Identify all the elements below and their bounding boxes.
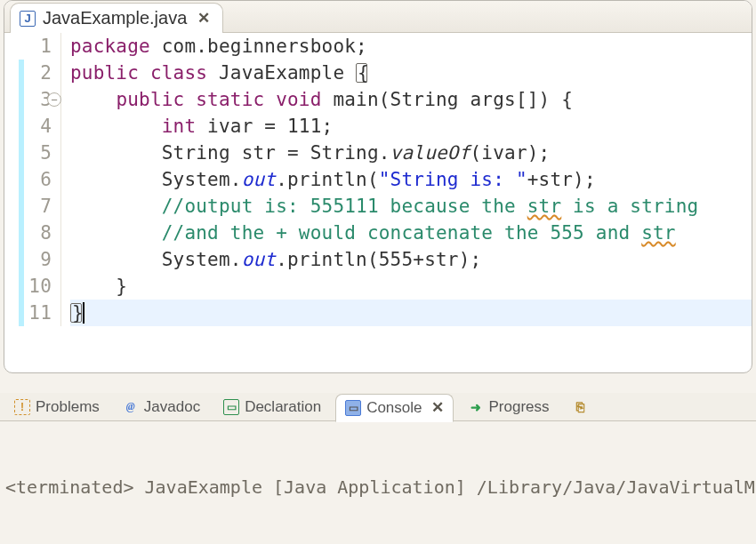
bottom-view-tabs: !Problems@Javadoc▭Declaration▭Console✕➜P… bbox=[0, 393, 756, 421]
line-number: 11 bbox=[4, 300, 52, 326]
close-icon[interactable]: ✕ bbox=[431, 398, 444, 417]
tab-label: Declaration bbox=[245, 398, 321, 416]
editor-panel: J JavaExample.java ✕ 123−4567891011 pack… bbox=[4, 0, 752, 373]
tab-progress[interactable]: ➜Progress bbox=[459, 393, 559, 421]
editor-tab-filename: JavaExample.java bbox=[43, 8, 187, 28]
java-file-icon: J bbox=[20, 11, 36, 27]
code-line[interactable]: //output is: 555111 because the str is a… bbox=[70, 193, 752, 220]
line-number: 10 bbox=[4, 273, 52, 300]
close-icon[interactable]: ✕ bbox=[197, 9, 210, 28]
line-number: 3− bbox=[4, 86, 52, 113]
javadoc-icon: @ bbox=[123, 399, 139, 415]
tab-declaration[interactable]: ▭Declaration bbox=[214, 393, 330, 421]
tab-javadoc[interactable]: @Javadoc bbox=[114, 393, 209, 421]
tab-label: Console bbox=[366, 399, 422, 417]
text-cursor bbox=[83, 302, 84, 324]
tab-console[interactable]: ▭Console✕ bbox=[335, 394, 453, 422]
line-number: 4 bbox=[4, 113, 52, 140]
code-content[interactable]: package com.beginnersbook;public class J… bbox=[61, 33, 752, 326]
tab-label: Problems bbox=[36, 398, 100, 416]
progress-icon: ➜ bbox=[468, 399, 484, 415]
editor-tab-bar: J JavaExample.java ✕ bbox=[4, 1, 752, 33]
code-line[interactable]: public class JavaExample { bbox=[70, 60, 752, 86]
code-line[interactable]: } bbox=[70, 300, 752, 326]
console-icon: ▭ bbox=[345, 400, 361, 416]
console-launch-meta: <terminated> JavaExample [Java Applicati… bbox=[5, 475, 751, 500]
fold-toggle-icon[interactable]: − bbox=[47, 92, 61, 107]
console-view: <terminated> JavaExample [Java Applicati… bbox=[0, 421, 756, 544]
line-number: 6 bbox=[4, 166, 52, 193]
code-line[interactable]: package com.beginnersbook; bbox=[70, 33, 752, 60]
line-number: 5 bbox=[4, 140, 52, 166]
line-gutter: 123−4567891011 bbox=[4, 33, 61, 326]
code-line[interactable]: } bbox=[70, 273, 752, 300]
editor-tab-active[interactable]: J JavaExample.java ✕ bbox=[10, 3, 223, 33]
code-line[interactable]: //and the + would concatenate the 555 an… bbox=[70, 220, 752, 246]
code-area[interactable]: 123−4567891011 package com.beginnersbook… bbox=[4, 33, 752, 326]
line-number: 1 bbox=[4, 33, 52, 60]
tab-label: Progress bbox=[489, 398, 550, 416]
code-line[interactable]: System.out.println(555+str); bbox=[70, 246, 752, 273]
tab-gitrepo[interactable]: ⎘ bbox=[564, 393, 598, 421]
line-number: 8 bbox=[4, 220, 52, 246]
problems-icon: ! bbox=[14, 399, 30, 415]
tab-problems[interactable]: !Problems bbox=[5, 393, 109, 421]
line-number: 9 bbox=[4, 246, 52, 273]
gitrepo-icon: ⎘ bbox=[573, 399, 589, 415]
tab-label: Javadoc bbox=[144, 398, 200, 416]
line-number: 7 bbox=[4, 193, 52, 220]
code-line[interactable]: public static void main(String args[]) { bbox=[70, 86, 752, 113]
declaration-icon: ▭ bbox=[223, 399, 239, 415]
code-line[interactable]: int ivar = 111; bbox=[70, 113, 752, 140]
line-number: 2 bbox=[4, 60, 52, 86]
code-line[interactable]: String str = String.valueOf(ivar); bbox=[70, 140, 752, 166]
code-line[interactable]: System.out.println("String is: "+str); bbox=[70, 166, 752, 193]
